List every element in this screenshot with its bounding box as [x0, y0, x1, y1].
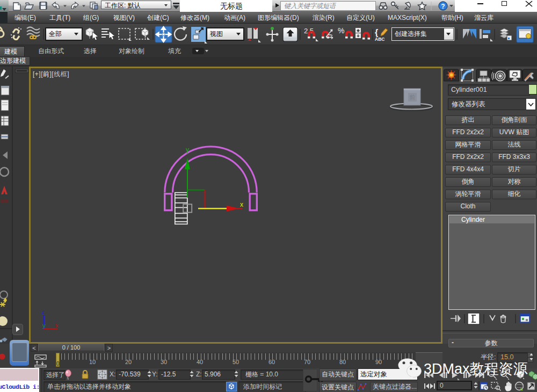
svg-text:z: z	[41, 309, 45, 315]
svg-text:x: x	[240, 201, 243, 208]
svg-text:%: %	[338, 26, 344, 35]
svg-text:ABC: ABC	[375, 37, 384, 42]
svg-text:y: y	[186, 146, 189, 154]
svg-text:x: x	[55, 322, 59, 329]
svg-text:y: y	[42, 322, 46, 329]
svg-text:?: ?	[441, 3, 445, 10]
svg-text:{: {	[375, 28, 378, 37]
